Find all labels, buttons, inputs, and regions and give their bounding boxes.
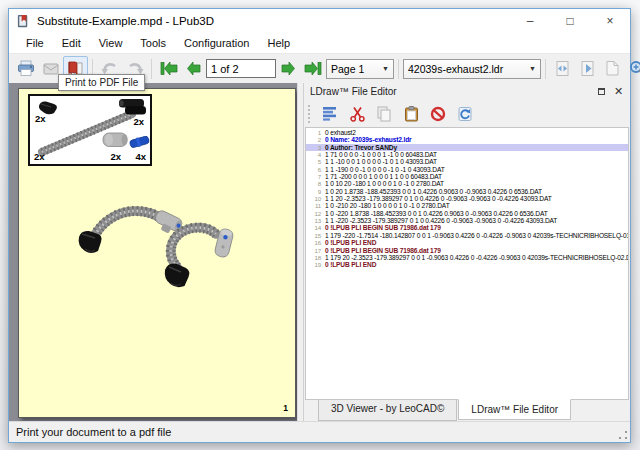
refresh-button[interactable] — [454, 103, 476, 125]
update-button[interactable] — [319, 103, 341, 125]
code-line[interactable]: 91 0 20 1.8738 -188.452393 0 0 1 0.4226 … — [306, 188, 628, 195]
dock-title: LDraw™ File Editor — [310, 86, 592, 97]
fit-visible-button[interactable] — [575, 56, 600, 81]
line-number: 10 — [306, 195, 321, 202]
last-page-button[interactable] — [301, 56, 326, 81]
delete-button[interactable] — [427, 103, 449, 125]
line-text: 1 0 -210 20 -180 1 0 0 0 0 1 0 -1 0 2780… — [325, 202, 450, 209]
line-number: 8 — [306, 180, 321, 187]
exhaust-assembly-right — [165, 228, 234, 288]
copy-icon — [376, 106, 392, 122]
update-icon — [322, 106, 338, 121]
code-line[interactable]: 131 1 -220 -2.3523 -179.389297 0 1 0 0.4… — [306, 217, 628, 224]
file-select[interactable]: 42039s-exhaust2.ldr ▼ — [403, 59, 541, 79]
toolbar-grip — [308, 105, 311, 123]
maximize-button[interactable]: □ — [550, 9, 590, 33]
paste-icon — [404, 106, 419, 122]
fit-width-button[interactable] — [550, 56, 575, 81]
code-line[interactable]: 41 71 0 0 0 0 -1 0 0 0 1 -1 0 0 60483.DA… — [306, 151, 628, 158]
graphics-viewport[interactable]: 2x 2x 2x 2x 4x — [9, 83, 297, 421]
menu-file[interactable]: File — [17, 34, 53, 52]
dock-close-button[interactable]: ✕ — [611, 85, 626, 98]
page-number: 1 — [283, 403, 288, 413]
export-icon — [42, 61, 60, 77]
main-toolbar: Page 1 ▼ 42039s-exhaust2.ldr ▼ — [9, 54, 630, 83]
line-text: 0 !LPUB PLI BEGIN SUB 71986.dat 179 — [325, 247, 441, 254]
line-text: 0 exhaust2 — [325, 129, 356, 136]
copy-button[interactable] — [373, 103, 395, 125]
line-text: 1 0 20 1.8738 -188.452393 0 0 1 0.4226 0… — [325, 188, 542, 195]
next-page-button[interactable] — [276, 56, 301, 81]
status-text: Print your document to a pdf file — [16, 426, 171, 438]
code-line[interactable]: 101 1 20 -2.3523 -179.389297 0 1 0 0.422… — [306, 195, 628, 202]
cut-icon — [350, 106, 365, 122]
menu-tools[interactable]: Tools — [131, 34, 175, 52]
line-text: 1 179 -220 -1.7514 -180.142807 0 0 1 -0.… — [325, 232, 629, 239]
zoom-in-icon — [629, 60, 640, 78]
line-number: 3 — [306, 144, 321, 151]
delete-icon — [430, 106, 446, 122]
resize-grip[interactable] — [618, 430, 628, 440]
code-line[interactable]: 30 Author: Trevor SANDy — [306, 144, 628, 151]
page-select[interactable]: Page 1 ▼ — [326, 59, 394, 79]
toolbar-separator — [545, 59, 546, 79]
code-line[interactable]: 111 0 -210 20 -180 1 0 0 0 0 1 0 -1 0 27… — [306, 202, 628, 209]
instruction-page[interactable]: 2x 2x 2x 2x 4x — [18, 88, 296, 418]
close-button[interactable]: × — [590, 9, 630, 33]
dock-float-button[interactable] — [594, 85, 609, 98]
line-number: 6 — [306, 166, 321, 173]
code-line[interactable]: 81 0 10 20 -180 1 0 0 0 0 1 0 -1 0 2780.… — [306, 180, 628, 187]
tooltip: Print to PDF File — [58, 74, 145, 91]
chevron-down-icon: ▼ — [382, 65, 389, 72]
code-line[interactable]: 190 !LPUB PLI END — [306, 261, 628, 268]
printer-icon — [17, 60, 35, 77]
line-text: 1 1 -220 -2.3523 -179.389297 0 1 0 0.422… — [325, 217, 557, 224]
code-line[interactable]: 51 1 -10 0 0 1 0 0 0 0 -1 0 1 0 43093.DA… — [306, 158, 628, 165]
assembly-render — [19, 89, 297, 419]
line-number: 4 — [306, 151, 321, 158]
bottom-tab-bar: 3D Viewer - by LeoCAD©LDraw™ File Editor — [304, 400, 630, 421]
zoom-in-button[interactable] — [625, 56, 640, 81]
previous-page-button[interactable] — [181, 56, 206, 81]
fit-width-icon — [554, 60, 571, 77]
tab-ldraw-file-editor[interactable]: LDraw™ File Editor — [458, 399, 571, 420]
editor-code[interactable]: 10 exhaust220 Name: 42039s-exhaust2.ldr3… — [305, 127, 629, 400]
fit-visible-icon — [579, 60, 596, 77]
menu-help[interactable]: Help — [258, 34, 299, 52]
line-text: 1 1 -10 0 0 1 0 0 0 0 -1 0 1 0 43093.DAT — [325, 158, 437, 165]
page-indicator-input[interactable] — [206, 59, 276, 78]
line-number: 16 — [306, 239, 321, 246]
code-line[interactable]: 181 179 20 -2.3523 -179.389297 0 0 1 -0.… — [306, 254, 628, 261]
line-text: 1 1 -190 0 0 -1 0 0 0 0 -1 0 -1 0 43093.… — [325, 166, 445, 173]
toolbar-separator — [398, 59, 399, 79]
minimize-button[interactable]: – — [510, 9, 550, 33]
first-page-button[interactable] — [156, 56, 181, 81]
code-line[interactable]: 151 179 -220 -1.7514 -180.142807 0 0 1 -… — [306, 232, 628, 239]
line-text: 1 1 20 -2.3523 -179.389297 0 1 0 0.4226 … — [325, 195, 552, 202]
menu-configuration[interactable]: Configuration — [175, 34, 258, 52]
code-line[interactable]: 71 71 -200 0 0 0 1 0 0 0 1 1 0 0 60483.D… — [306, 173, 628, 180]
code-line[interactable]: 121 0 -220 1.8738 -188.452393 0 0 1 0.42… — [306, 210, 628, 217]
line-number: 14 — [306, 224, 321, 231]
menu-view[interactable]: View — [90, 34, 132, 52]
print-document-button[interactable] — [13, 56, 38, 81]
code-line[interactable]: 160 !LPUB PLI END — [306, 239, 628, 246]
actual-size-icon — [604, 60, 621, 77]
line-text: 1 0 10 20 -180 1 0 0 0 0 1 0 -1 0 2780.D… — [325, 180, 444, 187]
tab-3d-viewer-by-leocad[interactable]: 3D Viewer - by LeoCAD© — [318, 400, 457, 421]
code-line[interactable]: 10 exhaust2 — [306, 129, 628, 136]
line-number: 1 — [306, 129, 321, 136]
cut-button[interactable] — [346, 103, 368, 125]
code-line[interactable]: 61 1 -190 0 0 -1 0 0 0 0 -1 0 -1 0 43093… — [306, 166, 628, 173]
line-text: 1 71 -200 0 0 0 1 0 0 0 1 1 0 0 60483.DA… — [325, 173, 442, 180]
line-number: 15 — [306, 232, 321, 239]
code-line[interactable]: 140 !LPUB PLI BEGIN SUB 71986.dat 179 — [306, 224, 628, 231]
page-select-value: Page 1 — [331, 63, 377, 75]
code-line[interactable]: 20 Name: 42039s-exhaust2.ldr — [306, 136, 628, 143]
code-line[interactable]: 170 !LPUB PLI BEGIN SUB 71986.dat 179 — [306, 247, 628, 254]
menu-edit[interactable]: Edit — [53, 34, 90, 52]
line-text: 1 71 0 0 0 0 -1 0 0 0 1 -1 0 0 60483.DAT — [325, 151, 437, 158]
line-number: 18 — [306, 254, 321, 261]
paste-button[interactable] — [400, 103, 422, 125]
actual-size-button[interactable] — [600, 56, 625, 81]
